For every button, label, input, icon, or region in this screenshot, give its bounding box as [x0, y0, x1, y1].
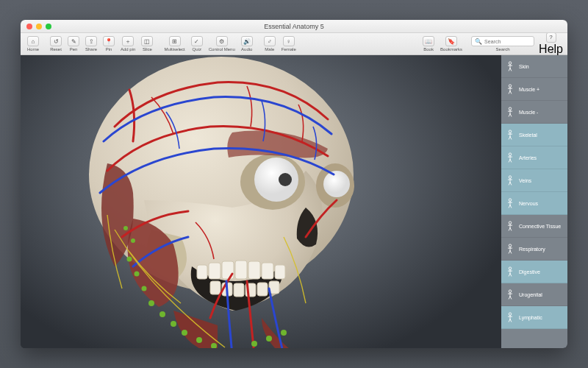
- svg-point-21: [171, 321, 176, 327]
- system-label: Respiratory: [519, 247, 545, 252]
- addpin-icon: ＋: [122, 36, 134, 46]
- zoom-icon[interactable]: [46, 24, 51, 29]
- pen-label: Pen: [70, 47, 78, 52]
- svg-rect-2: [222, 261, 234, 279]
- body-icon: [506, 152, 514, 163]
- svg-point-41: [509, 244, 512, 247]
- system-label: Muscle -: [519, 110, 538, 115]
- bookmarks-label: Bookmarks: [440, 47, 462, 52]
- system-item-digestive[interactable]: Digestive: [501, 261, 567, 283]
- anatomy-model[interactable]: [63, 55, 401, 348]
- window-title: Essential Anatomy 5: [21, 23, 567, 30]
- svg-rect-3: [235, 261, 247, 279]
- home-button[interactable]: ⌂ Home: [25, 35, 41, 52]
- svg-point-44: [509, 313, 512, 316]
- svg-point-31: [131, 238, 135, 243]
- female-icon: ♀: [283, 36, 295, 46]
- svg-rect-4: [248, 261, 260, 279]
- multiselect-button[interactable]: ⊞Multiselect: [162, 35, 187, 52]
- svg-point-19: [148, 300, 154, 306]
- svg-point-26: [196, 337, 202, 343]
- body-icon: [506, 312, 514, 322]
- book-icon: 📖: [423, 36, 434, 46]
- system-item-skeletal[interactable]: Skeletal: [501, 124, 567, 146]
- minimize-icon[interactable]: [36, 24, 42, 29]
- body-icon: [506, 221, 514, 231]
- pin-button[interactable]: 📍Pin: [101, 35, 117, 52]
- svg-point-37: [509, 153, 512, 156]
- svg-rect-10: [234, 283, 244, 297]
- search-input[interactable]: 🔍: [471, 36, 534, 46]
- toolbar: ⌂ Home ↺Reset ✎Pen ⇪Share 📍Pin ＋Add pin …: [21, 33, 567, 55]
- system-item-nervous[interactable]: Nervous: [501, 192, 567, 215]
- book-button[interactable]: 📖Book: [420, 35, 437, 52]
- 3d-viewport[interactable]: [21, 55, 501, 348]
- system-label: Veins: [519, 178, 531, 183]
- svg-point-23: [134, 272, 139, 277]
- audio-button[interactable]: 🔊Audio: [239, 35, 255, 52]
- audio-icon: 🔊: [241, 36, 253, 46]
- male-label: Male: [265, 47, 274, 52]
- system-item-veins[interactable]: Veins: [501, 169, 567, 192]
- svg-point-28: [251, 341, 257, 347]
- svg-rect-1: [209, 263, 220, 279]
- female-button[interactable]: ♀Female: [279, 35, 298, 52]
- search-field[interactable]: [484, 39, 528, 44]
- reset-label: Reset: [50, 47, 62, 52]
- system-item-muscle-[interactable]: Muscle +: [501, 78, 567, 101]
- window-controls: [21, 24, 51, 29]
- system-label: Lymphatic: [519, 315, 542, 320]
- svg-rect-5: [262, 263, 273, 279]
- svg-point-33: [509, 62, 512, 65]
- male-button[interactable]: ♂Male: [262, 35, 278, 52]
- svg-point-38: [509, 176, 512, 179]
- svg-point-40: [509, 222, 512, 224]
- bookmarks-button[interactable]: 🔖Bookmarks: [438, 35, 465, 52]
- system-item-skin[interactable]: Skin: [501, 55, 567, 78]
- search-label: Search: [496, 47, 510, 52]
- system-label: Nervous: [519, 201, 538, 206]
- controlmenu-label: Control Menu: [209, 47, 235, 52]
- system-item-respiratory[interactable]: Respiratory: [501, 238, 567, 261]
- pen-icon: ✎: [68, 36, 79, 46]
- svg-point-35: [509, 107, 512, 110]
- audio-label: Audio: [241, 47, 252, 52]
- help-label: Help: [539, 43, 563, 56]
- home-icon: ⌂: [27, 36, 39, 46]
- body-icon: [506, 289, 514, 300]
- svg-point-43: [509, 290, 512, 293]
- addpin-label: Add pin: [121, 47, 135, 52]
- male-icon: ♂: [264, 36, 276, 46]
- app-body: SkinMuscle +Muscle -SkeletalArteriesVein…: [21, 55, 567, 348]
- reset-button[interactable]: ↺Reset: [48, 35, 64, 52]
- system-item-arteries[interactable]: Arteries: [501, 146, 567, 169]
- addpin-button[interactable]: ＋Add pin: [118, 35, 137, 52]
- quiz-label: Quiz: [193, 47, 201, 52]
- pin-label: Pin: [106, 47, 112, 52]
- system-label: Connective Tissue: [519, 224, 561, 229]
- system-label: Arteries: [519, 155, 537, 160]
- system-item-connective-tissue[interactable]: Connective Tissue: [501, 215, 567, 238]
- pen-button[interactable]: ✎Pen: [65, 35, 82, 52]
- close-icon[interactable]: [26, 24, 32, 29]
- share-button[interactable]: ⇪Share: [83, 35, 99, 52]
- quiz-button[interactable]: ✓Quiz: [189, 35, 205, 52]
- slice-button[interactable]: ◫Slice: [139, 35, 155, 52]
- svg-rect-6: [275, 265, 285, 279]
- help-button[interactable]: ? Help: [539, 32, 563, 56]
- body-icon: [506, 84, 514, 94]
- app-window: Essential Anatomy 5 ⌂ Home ↺Reset ✎Pen ⇪…: [21, 20, 567, 348]
- quiz-icon: ✓: [191, 36, 203, 46]
- svg-point-42: [509, 267, 512, 270]
- system-item-urogenital[interactable]: Urogenital: [501, 283, 567, 306]
- svg-point-36: [509, 130, 512, 133]
- svg-point-39: [509, 199, 512, 202]
- bookmarks-icon: 🔖: [445, 36, 457, 46]
- body-icon: [506, 198, 514, 208]
- svg-point-30: [281, 330, 287, 336]
- system-item-muscle-[interactable]: Muscle -: [501, 101, 567, 124]
- body-icon: [506, 61, 514, 71]
- pin-icon: 📍: [103, 36, 115, 46]
- controlmenu-button[interactable]: ⚙Control Menu: [207, 35, 237, 52]
- system-item-lymphatic[interactable]: Lymphatic: [501, 306, 567, 329]
